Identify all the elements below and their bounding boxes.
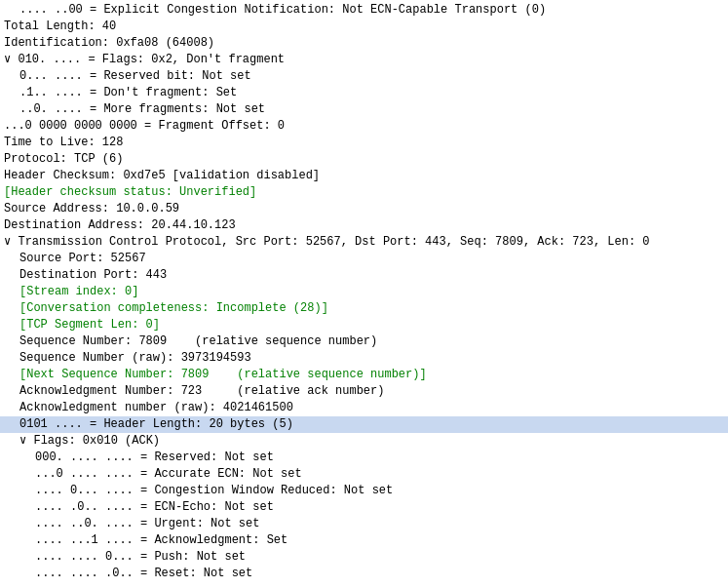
detail-line-fragment-offset: ...0 0000 0000 0000 = Fragment Offset: 0: [0, 118, 728, 135]
detail-line-conversation: [Conversation completeness: Incomplete (…: [0, 300, 728, 317]
detail-line-ack-number-raw: Acknowledgment number (raw): 4021461500: [0, 400, 728, 416]
detail-line-accurate-ecn: ...0 .... .... = Accurate ECN: Not set: [0, 466, 728, 483]
detail-line-dst-port: Destination Port: 443: [0, 267, 728, 284]
detail-line-time-to-live: Time to Live: 128: [0, 135, 728, 151]
detail-line-header-checksum: Header Checksum: 0xd7e5 [validation disa…: [0, 168, 728, 184]
detail-line-push-flag: .... .... 0... = Push: Not set: [0, 549, 728, 566]
detail-line-reserved-flag: 000. .... .... = Reserved: Not set: [0, 450, 728, 466]
detail-line-reset-flag: .... .... .0.. = Reset: Not set: [0, 566, 728, 582]
detail-line-ecn-echo: .... .0.. .... = ECN-Echo: Not set: [0, 499, 728, 516]
detail-line-flags-header[interactable]: ∨ 010. .... = Flags: 0x2, Don't fragment: [0, 52, 728, 68]
detail-line-total-length: Total Length: 40: [0, 19, 728, 35]
detail-line-checksum-status: [Header checksum status: Unverified]: [0, 184, 728, 201]
detail-line-reserved-bit: 0... .... = Reserved bit: Not set: [0, 68, 728, 85]
detail-line-next-seq: [Next Sequence Number: 7809 (relative se…: [0, 367, 728, 383]
detail-line-destination-address: Destination Address: 20.44.10.123: [0, 217, 728, 234]
detail-line-dont-fragment: .1.. .... = Don't fragment: Set: [0, 85, 728, 101]
detail-line-ack-flag: .... ...1 .... = Acknowledgment: Set: [0, 532, 728, 549]
detail-line-src-port: Source Port: 52567: [0, 251, 728, 267]
detail-line-header-length: 0101 .... = Header Length: 20 bytes (5): [0, 416, 728, 433]
detail-line-tcp-header[interactable]: ∨ Transmission Control Protocol, Src Por…: [0, 234, 728, 251]
detail-line-urgent-flag: .... ..0. .... = Urgent: Not set: [0, 516, 728, 532]
detail-line-more-fragments: ..0. .... = More fragments: Not set: [0, 101, 728, 118]
detail-line-ecn-line: .... ..00 = Explicit Congestion Notifica…: [0, 2, 728, 19]
packet-details-panel: .... ..00 = Explicit Congestion Notifica…: [0, 0, 728, 584]
detail-line-tcp-segment-len: [TCP Segment Len: 0]: [0, 317, 728, 333]
detail-line-identification: Identification: 0xfa08 (64008): [0, 35, 728, 52]
detail-line-seq-number-raw: Sequence Number (raw): 3973194593: [0, 350, 728, 367]
detail-line-ack-number: Acknowledgment Number: 723 (relative ack…: [0, 383, 728, 400]
detail-line-flags-tcp[interactable]: ∨ Flags: 0x010 (ACK): [0, 433, 728, 450]
detail-line-source-address: Source Address: 10.0.0.59: [0, 201, 728, 217]
detail-line-stream-index: [Stream index: 0]: [0, 284, 728, 300]
detail-line-cwr-flag: .... 0... .... = Congestion Window Reduc…: [0, 483, 728, 499]
detail-line-protocol: Protocol: TCP (6): [0, 151, 728, 168]
detail-line-seq-number: Sequence Number: 7809 (relative sequence…: [0, 333, 728, 350]
